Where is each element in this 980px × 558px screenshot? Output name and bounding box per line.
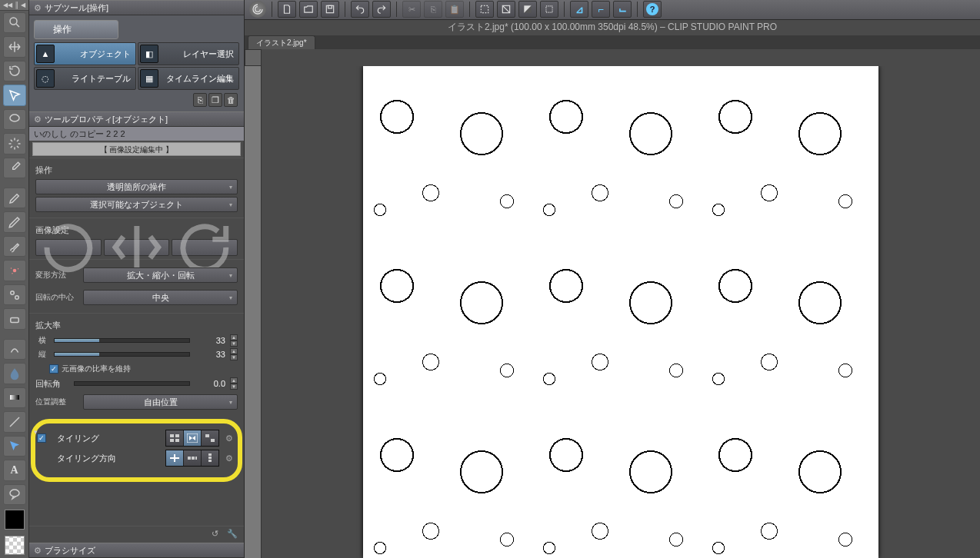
toolprop-header[interactable]: ⚙ ツールプロパティ[オブジェクト] xyxy=(29,111,244,127)
tool-wand[interactable] xyxy=(3,133,26,154)
ruler-corner xyxy=(245,49,262,66)
tool-fill[interactable] xyxy=(3,363,26,384)
tool-airbrush[interactable] xyxy=(3,260,26,281)
tool-magnify[interactable] xyxy=(3,12,26,33)
tiling-dir-both[interactable] xyxy=(166,450,183,466)
position-label: 位置調整 xyxy=(35,397,78,407)
flip-h-btn[interactable] xyxy=(104,239,170,256)
tool-pen[interactable] xyxy=(3,188,26,208)
tiling-checkbox[interactable]: ✓ xyxy=(37,433,46,443)
document-tab[interactable]: イラスト2.jpg* xyxy=(248,35,315,49)
svg-rect-15 xyxy=(208,457,212,459)
gear-icon: ⚙ xyxy=(34,546,42,556)
transparent-op-dd[interactable]: 透明箇所の操作 xyxy=(35,179,238,194)
tool-brush[interactable] xyxy=(3,236,26,257)
expand-icon[interactable]: ▾ xyxy=(34,428,38,436)
background-color[interactable] xyxy=(5,536,25,556)
snap-ruler-btn[interactable]: ⊿ xyxy=(570,1,588,18)
tool-rotate[interactable] xyxy=(3,61,26,81)
selectable-obj-dd[interactable]: 選択可能なオブジェクト xyxy=(35,197,238,212)
tool-text[interactable]: A xyxy=(3,460,26,480)
subtool-timeline[interactable]: ▦タイムライン編集 xyxy=(138,67,240,90)
brushsize-header[interactable]: ⚙ ブラシサイズ xyxy=(29,543,244,558)
dup-subtool-icon[interactable]: ❐ xyxy=(208,93,222,107)
deselect-btn[interactable] xyxy=(497,1,515,18)
layer-icon: ◧ xyxy=(140,45,158,63)
help-btn[interactable]: ? xyxy=(643,1,662,18)
tool-line[interactable] xyxy=(3,411,26,432)
tiling-mode-repeat[interactable] xyxy=(166,430,183,446)
tiling-mode-mirror[interactable] xyxy=(184,430,201,446)
op-label: 操作 xyxy=(35,164,238,176)
redo-btn[interactable] xyxy=(372,1,391,18)
brushsize-title: ブラシサイズ xyxy=(45,545,95,556)
tool-balloon[interactable] xyxy=(3,484,26,505)
scale-h-label: 縦 xyxy=(35,349,49,360)
svg-rect-13 xyxy=(195,457,197,460)
tool-lasso[interactable] xyxy=(3,109,26,130)
tiling-dir-gear-icon[interactable]: ⚙ xyxy=(225,453,236,463)
svg-rect-14 xyxy=(208,453,212,456)
center-dd[interactable]: 中央 xyxy=(83,290,238,305)
show-sel-btn[interactable] xyxy=(540,1,558,18)
tiling-dir-v[interactable] xyxy=(202,450,218,466)
tool-arrow[interactable] xyxy=(3,436,26,457)
clip-logo-icon[interactable] xyxy=(249,1,266,18)
tool-blend[interactable] xyxy=(3,339,26,360)
tool-gradient[interactable] xyxy=(3,387,26,408)
svg-point-2 xyxy=(12,269,16,273)
tool-operation[interactable] xyxy=(3,85,26,105)
checkbox-icon: ✓ xyxy=(49,364,58,374)
scale-h-slider[interactable] xyxy=(54,352,190,357)
tool-eraser[interactable] xyxy=(3,308,26,329)
reset-transform-btn[interactable] xyxy=(35,239,102,256)
save-btn[interactable] xyxy=(321,1,339,18)
new-file-btn[interactable] xyxy=(278,1,296,18)
transform-method-dd[interactable]: 拡大・縮小・回転 xyxy=(83,267,238,283)
snap-special-btn[interactable]: ⌙ xyxy=(613,1,632,18)
foreground-color[interactable] xyxy=(5,510,25,530)
keep-ratio-check[interactable]: ✓ 元画像の比率を維持 xyxy=(49,364,238,374)
subtool-caption[interactable]: 操作 xyxy=(34,20,118,39)
wrench-icon[interactable]: 🔧 xyxy=(227,529,239,541)
scale-w-stepper[interactable]: ▲▼ xyxy=(230,334,238,347)
select-all-btn[interactable] xyxy=(475,1,494,18)
subtool-layer-select[interactable]: ◧レイヤー選択 xyxy=(138,42,240,65)
tool-move[interactable] xyxy=(3,36,26,57)
snap-grid-btn[interactable]: ⌐ xyxy=(592,1,610,18)
subtool-header[interactable]: ⚙ サブツール[操作] xyxy=(29,0,244,15)
svg-point-7 xyxy=(15,295,18,299)
svg-rect-16 xyxy=(208,460,212,462)
rotation-slider[interactable] xyxy=(74,381,190,386)
tiling-dir-h[interactable] xyxy=(184,450,201,466)
canvas-page[interactable] xyxy=(363,66,878,558)
tiling-mode-flip[interactable] xyxy=(202,430,218,446)
copy-btn[interactable]: ⎘ xyxy=(424,1,442,18)
canvas-viewport[interactable] xyxy=(262,66,980,558)
tiling-gear-icon[interactable]: ⚙ xyxy=(225,433,236,443)
tool-eyedropper[interactable] xyxy=(3,158,26,178)
scale-w-slider[interactable] xyxy=(54,338,190,343)
subtool-object[interactable]: ▲オブジェクト xyxy=(34,42,136,65)
new-subtool-icon[interactable]: ⎘ xyxy=(193,93,207,107)
cursor-icon: ▲ xyxy=(36,45,55,63)
cut-btn[interactable]: ✂ xyxy=(402,1,421,18)
subtool-lighttable[interactable]: ◌ライトテーブル xyxy=(34,67,136,90)
flip-v-btn[interactable] xyxy=(172,239,238,256)
collapse-bar[interactable]: ◀◀ ║ ◀ xyxy=(0,0,28,11)
scale-h-stepper[interactable]: ▲▼ xyxy=(230,348,238,360)
tool-deco[interactable] xyxy=(3,284,26,305)
undo-btn[interactable] xyxy=(351,1,369,18)
subtool-title: サブツール[操作] xyxy=(45,2,108,14)
svg-point-0 xyxy=(10,18,17,25)
svg-rect-21 xyxy=(546,6,552,12)
scale-h-value: 33 xyxy=(195,350,225,359)
position-dd[interactable]: 自由位置 xyxy=(83,394,238,410)
paste-btn[interactable]: 📋 xyxy=(445,1,464,18)
rotation-stepper[interactable]: ▲▼ xyxy=(230,377,238,390)
trash-icon[interactable]: 🗑 xyxy=(224,93,238,107)
open-file-btn[interactable] xyxy=(299,1,318,18)
tool-pencil[interactable] xyxy=(3,211,26,232)
reset-icon[interactable]: ↺ xyxy=(212,529,224,541)
invert-sel-btn[interactable] xyxy=(518,1,537,18)
